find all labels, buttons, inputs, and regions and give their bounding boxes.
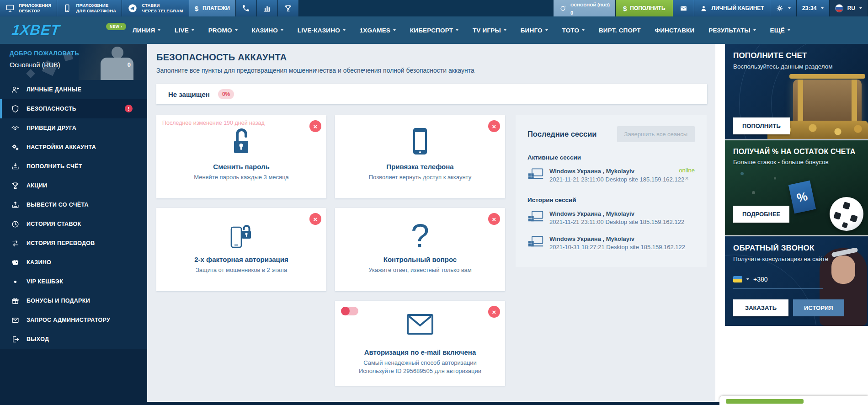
- nav-item-bingo[interactable]: БИНГО: [521, 27, 548, 34]
- chat-widget[interactable]: [719, 396, 868, 405]
- 1xbet-logo[interactable]: 1XBET: [11, 22, 61, 38]
- bullet-dot-icon: [11, 277, 20, 286]
- language-selector[interactable]: RU: [830, 0, 868, 16]
- person-plus-icon: [11, 85, 20, 94]
- chevron-down-icon: [393, 29, 396, 31]
- new-badge[interactable]: NEW ›: [106, 23, 126, 30]
- sidebar-item-withdraw[interactable]: ВЫВЕСТИ СО СЧЁТА: [0, 195, 147, 214]
- nav-item-results[interactable]: РЕЗУЛЬТАТЫ: [708, 27, 756, 34]
- language-label: RU: [847, 5, 855, 11]
- card-title: Авторизация по e-mail включена: [335, 348, 505, 356]
- deposit-icon: [11, 162, 20, 171]
- account-name: ОСНОВНОЙ (RUB): [570, 2, 610, 7]
- page-title: БЕЗОПАСНОСТЬ АККАУНТА: [156, 52, 287, 63]
- trophy-icon: [284, 4, 293, 13]
- chevron-down-icon: [235, 29, 238, 31]
- account-sidebar: ДОБРО ПОЖАЛОВАТЬ Основной (RUB) 0 ЛИЧНЫЕ…: [0, 44, 147, 405]
- statistics-button[interactable]: [257, 0, 278, 16]
- account-balance-selector[interactable]: ОСНОВНОЙ (RUB)0: [554, 0, 616, 16]
- sidebar-item-casino[interactable]: КАЗИНО: [0, 253, 147, 272]
- card-subtitle: Укажите ответ, известный только вам: [335, 266, 505, 273]
- cashback-banner[interactable]: % ПОЛУЧАЙ % НА ОСТАТОК СЧЕТА Больше став…: [725, 140, 868, 235]
- change-password-card[interactable]: Последнее изменение 190 дней назад × Сме…: [156, 115, 326, 198]
- banner-subtitle: Больше ставок - больше бонусов: [733, 159, 829, 165]
- sidebar-item-admin-request[interactable]: ЗАПРОС АДМИНИСТРАТОРУ: [0, 310, 147, 330]
- active-sessions-title: Активные сессии: [527, 154, 695, 161]
- desktop-apps-button[interactable]: ПРИЛОЖЕНИЯDESKTOP: [0, 0, 57, 16]
- card-title: 2-х факторная авторизация: [156, 256, 326, 263]
- sidebar-item-bonuses-gifts[interactable]: БОНУСЫ И ПОДАРКИ: [0, 291, 147, 310]
- nav-item-tv-games[interactable]: TV ИГРЫ: [473, 27, 506, 34]
- smartphone-icon: [335, 127, 505, 155]
- chevron-down-icon: [192, 29, 194, 31]
- sidebar-item-personal-data[interactable]: ЛИЧНЫЕ ДАННЫЕ: [0, 80, 147, 99]
- order-call-button[interactable]: ЗАКАЗАТЬ: [733, 299, 788, 316]
- sidebar-menu: ЛИЧНЫЕ ДАННЫЕ БЕЗОПАСНОСТЬ ! ПРИВЕДИ ДРУ…: [0, 80, 147, 349]
- russian-flag-icon: [835, 4, 843, 12]
- nav-item-more[interactable]: ЕЩЁ: [770, 27, 790, 34]
- sidebar-item-account-settings[interactable]: НАСТРОЙКИ АККАУНТА: [0, 138, 147, 157]
- session-device: Windows Украина , Mykolayiv: [549, 210, 684, 217]
- smartphone-app-button[interactable]: ПРИЛОЖЕНИЕДЛЯ СМАРТФОНА: [57, 0, 122, 16]
- sidebar-item-refer-friend[interactable]: ПРИВЕДИ ДРУГА: [0, 118, 147, 138]
- callback-banner: ОБРАТНЫЙ ЗВОНОК Получите консультацию на…: [725, 236, 868, 326]
- nav-item-finbets[interactable]: ФИНСТАВКИ: [655, 27, 694, 34]
- sidebar-item-deposit[interactable]: ПОПОЛНИТЬ СЧЁТ: [0, 157, 147, 176]
- banner-details-button[interactable]: ПОДРОБНЕЕ: [733, 206, 789, 223]
- chevron-down-icon: [859, 7, 862, 9]
- phone-binding-card[interactable]: × Привязка телефона Позволяет вернуть до…: [335, 115, 505, 198]
- nav-item-promo[interactable]: PROMO: [208, 27, 238, 34]
- desktop-icon: [5, 4, 15, 13]
- sidebar-item-transfer-history[interactable]: ИСТОРИЯ ПЕРЕВОДОВ: [0, 234, 147, 253]
- sidebar-item-vip-cashback[interactable]: VIP КЕШБЭК: [0, 272, 147, 291]
- time-selector[interactable]: 23:34: [797, 0, 830, 16]
- topbar-deposit-button[interactable]: $ ПОПОЛНИТЬ: [616, 0, 673, 16]
- banner-subtitle: Воспользуйтесь данным разделом: [733, 63, 833, 70]
- phone-contact-button[interactable]: [236, 0, 257, 16]
- question-mark-icon: ?: [335, 220, 505, 252]
- nav-item-live-casino[interactable]: LIVE-КАЗИНО: [298, 27, 346, 34]
- refresh-icon[interactable]: [559, 5, 567, 12]
- nav-item-esports[interactable]: КИБЕРСПОРТ: [410, 27, 458, 34]
- envelope-icon: [679, 4, 688, 13]
- settings-button[interactable]: [770, 0, 797, 16]
- banner-title: ОБРАТНЫЙ ЗВОНОК: [733, 244, 815, 253]
- telegram-bets-button[interactable]: СТАВКИЧЕРЕЗ TELEGRAM: [122, 0, 189, 16]
- chat-widget-button[interactable]: [726, 399, 804, 404]
- messages-button[interactable]: [673, 0, 694, 16]
- nav-item-casino[interactable]: КАЗИНО: [251, 27, 283, 34]
- two-factor-card[interactable]: × 2-х факторная авторизация Защита от мо…: [156, 208, 326, 291]
- nav-item-1xgames[interactable]: 1XGAMES: [360, 27, 396, 34]
- banner-title: ПОПОЛНИТЕ СЧЕТ: [733, 51, 807, 60]
- chevron-down-icon: [788, 7, 791, 9]
- call-history-button[interactable]: ИСТОРИЯ: [793, 299, 844, 316]
- trophy-icon: [11, 181, 20, 190]
- nav-item-line[interactable]: ЛИНИЯ: [133, 27, 160, 34]
- bar-chart-icon: [263, 4, 272, 13]
- sidebar-item-promotions[interactable]: АКЦИИ: [0, 176, 147, 195]
- nav-item-virtual-sport[interactable]: ВИРТ. СПОРТ: [599, 27, 641, 34]
- security-question-card[interactable]: × ? Контрольный вопрос Укажите ответ, из…: [335, 208, 505, 291]
- sidebar-item-bet-history[interactable]: ИСТОРИЯ СТАВОК: [0, 214, 147, 234]
- smartphone-icon: [63, 4, 72, 13]
- security-page: БЕЗОПАСНОСТЬ АККАУНТА Заполните все пунк…: [147, 44, 715, 401]
- protection-status-bar: Не защищен 0%: [156, 84, 707, 104]
- phone-input[interactable]: +380: [733, 276, 768, 283]
- end-all-sessions-button[interactable]: Завершить все сеансы: [617, 126, 695, 142]
- email-auth-card[interactable]: × Авторизация по e-mail включена Самый н…: [335, 301, 505, 386]
- results-trophy-button[interactable]: [278, 0, 299, 16]
- gears-icon: [11, 143, 20, 152]
- banner-deposit-button[interactable]: ПОПОЛНИТЬ: [733, 117, 790, 134]
- card-subtitle: Самый ненадежный способ авторизации: [335, 359, 505, 366]
- payments-button[interactable]: $ ПЛАТЕЖИ: [189, 0, 236, 16]
- personal-cabinet-button[interactable]: ЛИЧНЫЙ КАБИНЕТ: [694, 0, 770, 16]
- nav-item-live[interactable]: LIVE: [175, 27, 194, 34]
- deposit-banner[interactable]: ПОПОЛНИТЕ СЧЕТ Воспользуйтесь данным раз…: [725, 44, 868, 139]
- sidebar-item-logout[interactable]: ВЫХОД: [0, 330, 147, 349]
- chevron-down-icon: [788, 29, 790, 31]
- security-alert-badge: !: [125, 105, 133, 112]
- chevron-down-icon: [281, 29, 283, 31]
- nav-item-toto[interactable]: ТОТО: [562, 27, 585, 34]
- close-icon[interactable]: ×: [679, 175, 695, 182]
- sidebar-item-security[interactable]: БЕЗОПАСНОСТЬ !: [0, 99, 147, 118]
